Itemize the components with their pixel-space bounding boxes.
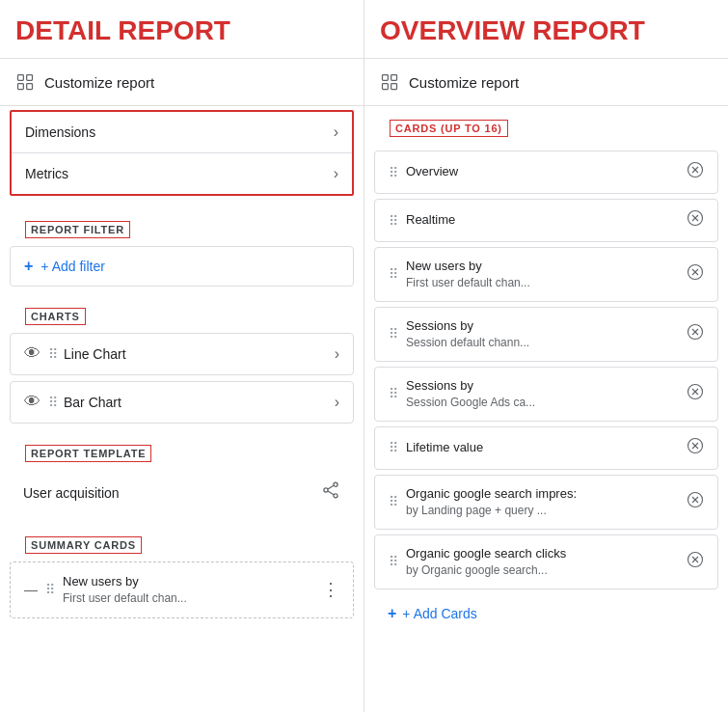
sc-drag-dots-icon: ⠿ xyxy=(45,582,55,597)
line-chart-label: Line Chart xyxy=(64,346,335,362)
card-title-6: Organic google search impres: xyxy=(406,485,687,503)
card-item-6[interactable]: ⠿Organic google search impres:by Landing… xyxy=(374,475,718,530)
left-title: DETAIL REPORT xyxy=(0,15,364,58)
card-subtitle-2: First user default chan... xyxy=(406,275,687,291)
metrics-arrow-icon: › xyxy=(334,165,338,182)
add-filter-label: + Add filter xyxy=(40,259,105,274)
card-close-icon-2[interactable] xyxy=(687,263,704,286)
svg-rect-9 xyxy=(383,75,389,81)
card-drag-icon-7: ⠿ xyxy=(389,554,398,569)
drag-icon-line: ⠿ xyxy=(48,346,58,362)
charts-section-label: CHARTS xyxy=(25,308,86,325)
dimensions-row[interactable]: Dimensions › xyxy=(12,112,352,153)
card-text-0: Overview xyxy=(406,163,687,180)
customize-report-label-right: Customize report xyxy=(409,74,519,91)
sc-line-small-icon: ― xyxy=(24,582,38,597)
plus-icon: + xyxy=(24,258,33,275)
card-item-2[interactable]: ⠿New users byFirst user default chan... xyxy=(374,247,718,302)
add-filter-button[interactable]: + + Add filter xyxy=(10,246,354,287)
svg-point-4 xyxy=(334,482,337,486)
card-item-5[interactable]: ⠿Lifetime value xyxy=(374,426,718,470)
right-panel: OVERVIEW REPORT Customize report CARDS (… xyxy=(364,0,728,712)
cards-list: ⠿Overview⠿Realtime⠿New users byFirst use… xyxy=(364,151,728,589)
card-title-5: Lifetime value xyxy=(406,439,687,456)
card-title-0: Overview xyxy=(406,163,687,180)
customize-icon-right xyxy=(380,72,399,92)
summary-card-row[interactable]: ― ⠿ New users by First user default chan… xyxy=(10,561,354,618)
svg-rect-2 xyxy=(18,84,24,90)
svg-point-5 xyxy=(334,494,337,498)
summary-card-subtitle: First user default chan... xyxy=(63,590,322,607)
card-item-3[interactable]: ⠿Sessions bySession default chann... xyxy=(374,307,718,362)
card-close-icon-3[interactable] xyxy=(687,323,704,345)
card-title-2: New users by xyxy=(406,258,687,275)
card-drag-icon-0: ⠿ xyxy=(389,165,398,180)
eye-icon-line: 👁 xyxy=(24,344,40,364)
card-subtitle-6: by Landing page + query ... xyxy=(406,503,687,519)
card-close-icon-0[interactable] xyxy=(687,161,704,183)
dimensions-metrics-box: Dimensions › Metrics › xyxy=(10,110,354,196)
card-drag-icon-6: ⠿ xyxy=(389,494,398,509)
svg-rect-0 xyxy=(18,75,24,81)
card-text-1: Realtime xyxy=(406,211,687,229)
card-text-4: Sessions bySession Google Ads ca... xyxy=(406,377,687,411)
card-text-6: Organic google search impres:by Landing … xyxy=(406,485,687,519)
right-title: OVERVIEW REPORT xyxy=(364,15,728,58)
svg-rect-1 xyxy=(27,75,33,81)
card-text-5: Lifetime value xyxy=(406,439,687,456)
bar-chart-row[interactable]: 👁 ⠿ Bar Chart › xyxy=(10,381,354,424)
card-text-3: Sessions bySession default chann... xyxy=(406,317,687,351)
share-icon xyxy=(321,480,340,505)
svg-line-8 xyxy=(328,491,334,495)
metrics-label: Metrics xyxy=(25,166,334,181)
metrics-row[interactable]: Metrics › xyxy=(12,153,352,194)
card-text-2: New users byFirst user default chan... xyxy=(406,258,687,291)
card-close-icon-7[interactable] xyxy=(687,551,704,573)
svg-point-6 xyxy=(324,488,328,492)
card-drag-icon-3: ⠿ xyxy=(389,326,398,342)
card-subtitle-4: Session Google Ads ca... xyxy=(406,395,687,411)
summary-cards-section-label: SUMMARY CARDS xyxy=(25,536,142,554)
svg-rect-11 xyxy=(383,84,389,90)
line-chart-row[interactable]: 👁 ⠿ Line Chart › xyxy=(10,333,354,375)
svg-rect-12 xyxy=(391,84,397,90)
left-panel: DETAIL REPORT Customize report Dimension… xyxy=(0,0,364,712)
card-close-icon-6[interactable] xyxy=(687,491,704,513)
card-title-4: Sessions by xyxy=(406,377,687,395)
card-title-1: Realtime xyxy=(406,211,687,229)
card-drag-icon-5: ⠿ xyxy=(389,440,398,455)
card-drag-icon-1: ⠿ xyxy=(389,213,398,229)
card-title-7: Organic google search clicks xyxy=(406,545,687,562)
add-cards-button[interactable]: + + Add Cards xyxy=(374,594,718,633)
card-item-0[interactable]: ⠿Overview xyxy=(374,151,718,194)
card-subtitle-3: Session default chann... xyxy=(406,335,687,351)
bar-chart-label: Bar Chart xyxy=(64,395,335,410)
svg-rect-3 xyxy=(27,84,33,90)
report-template-row[interactable]: User acquisition xyxy=(10,470,354,515)
plus-icon-cards: + xyxy=(388,605,396,622)
dimensions-label: Dimensions xyxy=(25,124,334,140)
drag-icon-bar: ⠿ xyxy=(48,395,58,410)
card-close-icon-4[interactable] xyxy=(687,383,704,405)
customize-report-right[interactable]: Customize report xyxy=(364,59,728,106)
line-chart-arrow-icon: › xyxy=(335,345,339,363)
summary-card-title: New users by xyxy=(63,573,322,590)
card-text-7: Organic google search clicksby Organic g… xyxy=(406,545,687,579)
card-drag-icon-4: ⠿ xyxy=(389,386,398,401)
svg-line-7 xyxy=(328,485,334,489)
customize-report-left[interactable]: Customize report xyxy=(0,59,364,106)
card-close-icon-5[interactable] xyxy=(687,437,704,459)
dimensions-arrow-icon: › xyxy=(334,123,338,141)
card-close-icon-1[interactable] xyxy=(687,209,704,232)
summary-card-text: New users by First user default chan... xyxy=(63,573,322,607)
card-subtitle-7: by Organic google search... xyxy=(406,562,687,579)
card-item-1[interactable]: ⠿Realtime xyxy=(374,199,718,242)
cards-up-to-label: CARDS (UP TO 16) xyxy=(390,120,508,137)
card-title-3: Sessions by xyxy=(406,317,687,335)
more-vert-icon[interactable]: ⋮ xyxy=(322,579,339,600)
card-drag-icon-2: ⠿ xyxy=(389,266,398,282)
card-item-4[interactable]: ⠿Sessions bySession Google Ads ca... xyxy=(374,367,718,422)
card-item-7[interactable]: ⠿Organic google search clicksby Organic … xyxy=(374,534,718,589)
eye-icon-bar: 👁 xyxy=(24,393,40,412)
svg-rect-10 xyxy=(391,75,397,81)
